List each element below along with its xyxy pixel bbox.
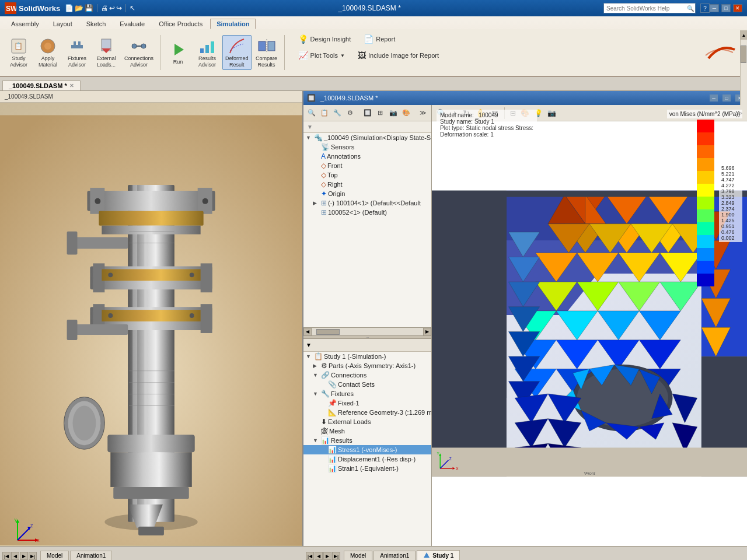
- parts-expand-icon: ▶: [313, 363, 320, 369]
- redo-icon[interactable]: ↪: [116, 4, 122, 12]
- tree-parts[interactable]: ▶ ⚙ Parts (-Axis Symmetry: Axis1-): [303, 361, 431, 370]
- restore-button[interactable]: □: [721, 4, 731, 12]
- doc-tab-close-icon[interactable]: ✕: [69, 83, 74, 89]
- tree-view-btn4[interactable]: 🎨: [400, 107, 412, 119]
- tree-root[interactable]: ▼ 🔩 _100049 (Simulation<Display State-S: [303, 133, 431, 142]
- filter-icon[interactable]: ▼: [307, 124, 313, 130]
- tab-layout[interactable]: Layout: [47, 19, 79, 29]
- sim-filter-icon[interactable]: ▼: [306, 342, 312, 348]
- tree-ref-geom3[interactable]: 📐 Reference Geometry-3 (:1.269 m: [303, 408, 431, 417]
- search-input[interactable]: [604, 4, 686, 13]
- bottom-tab-animation1-right[interactable]: Animation1: [374, 551, 416, 560]
- svg-rect-32: [102, 226, 200, 235]
- tree-connections[interactable]: ▼ 🔗 Connections: [303, 370, 431, 380]
- apply-material-button[interactable]: ApplyMaterial: [34, 35, 62, 70]
- tree-ext-loads[interactable]: ⬇ External Loads: [303, 417, 431, 426]
- tree-scroll-right[interactable]: ▶: [423, 328, 431, 336]
- save-icon[interactable]: 💾: [85, 4, 93, 12]
- feature-tree-content[interactable]: ▼ 🔩 _100049 (Simulation<Display State-S …: [303, 133, 431, 327]
- tree-view-btn2[interactable]: ⊞: [375, 107, 386, 119]
- minimize-button[interactable]: ─: [710, 4, 719, 12]
- tree-item-part2[interactable]: ⊞ 100052<1> (Default): [303, 208, 431, 217]
- tabs-scroll-right-1[interactable]: ▶|: [29, 552, 37, 560]
- camera-icon[interactable]: 📷: [546, 108, 558, 118]
- connections-label: Connections: [331, 372, 366, 379]
- tree-item-sensors[interactable]: 📡 Sensors: [303, 142, 431, 152]
- tree-view-btn3[interactable]: 📷: [388, 107, 399, 119]
- tree-fixtures[interactable]: ▼ 🔧 Fixtures: [303, 389, 431, 398]
- tab-sketch[interactable]: Sketch: [80, 19, 113, 29]
- tabs-scroll-next-2[interactable]: ▶: [323, 552, 331, 560]
- tabs-scroll-next-1[interactable]: ▶: [20, 552, 28, 560]
- select-icon[interactable]: ↖: [130, 4, 135, 12]
- run-button[interactable]: Run: [164, 38, 192, 67]
- deformed-result-button[interactable]: DeformedResult: [222, 35, 252, 70]
- tree-view-btn1[interactable]: 🔲: [362, 107, 374, 119]
- tree-mesh[interactable]: 🕸 Mesh: [303, 426, 431, 436]
- study-advisor-button[interactable]: 📋 StudyAdvisor: [5, 35, 33, 70]
- tab-assembly[interactable]: Assembly: [5, 19, 46, 29]
- report-button[interactable]: 📄 Report: [359, 33, 399, 46]
- tree-study1[interactable]: ▼ 📋 Study 1 (-Simulation-): [303, 352, 431, 361]
- tree-strain1[interactable]: 📊 Strain1 (-Equivalent-): [303, 464, 431, 473]
- new-icon[interactable]: 📄: [65, 4, 74, 12]
- right-restore-button[interactable]: □: [722, 94, 731, 102]
- tree-hscrollbar[interactable]: ◀ ▶: [303, 327, 431, 335]
- external-loads-button[interactable]: ExternalLoads...: [92, 35, 120, 70]
- help-icon[interactable]: ?: [700, 4, 710, 13]
- svg-rect-19: [268, 41, 275, 51]
- print-icon[interactable]: 🖨: [101, 4, 108, 12]
- search-icon[interactable]: 🔍: [686, 5, 695, 12]
- results-advisor-button[interactable]: ResultsAdvisor: [193, 35, 221, 70]
- include-image-button[interactable]: 🖼 Include Image for Report: [354, 49, 443, 62]
- tree-scroll-left[interactable]: ◀: [303, 328, 312, 336]
- tree-scroll-thumb[interactable]: [316, 329, 340, 335]
- doc-tab-main[interactable]: _100049.SLDASM * ✕: [2, 80, 81, 90]
- design-insight-button[interactable]: 💡 Design Insight: [294, 33, 355, 46]
- tree-item-top[interactable]: ◇ Top: [303, 170, 431, 180]
- tree-list-btn[interactable]: 📋: [319, 107, 330, 119]
- plot-tools-dropdown-icon[interactable]: ▼: [340, 53, 345, 58]
- 3d-viewport[interactable]: X Y Z: [0, 103, 302, 546]
- right-minimize-button[interactable]: ─: [710, 94, 718, 102]
- tree-item-annotations[interactable]: A Annotations: [303, 152, 431, 161]
- tabs-scroll-left-1[interactable]: |◀: [2, 552, 11, 560]
- tree-item-front[interactable]: ◇ Front: [303, 161, 431, 170]
- bottom-tab-model-left[interactable]: Model: [40, 551, 69, 560]
- tree-item-part1[interactable]: ▶ ⊞ (-) 100104<1> (Default<<Default: [303, 198, 431, 208]
- tree-config-btn[interactable]: ⚙: [344, 107, 356, 119]
- svg-point-54: [190, 313, 194, 318]
- tabs-scroll-right-2[interactable]: ▶|: [332, 552, 340, 560]
- bottom-tab-model-right[interactable]: Model: [344, 551, 372, 560]
- tree-contact-sets[interactable]: 📎 Contact Sets: [303, 380, 431, 389]
- tree-item-right[interactable]: ◇ Right: [303, 180, 431, 189]
- fea-result-panel[interactable]: 🔍 + ↻ ✋ ⊠ ⊟ 🎨 💡 📷 ≫: [432, 105, 747, 546]
- tree-stress1[interactable]: 📊 Stress1 (-vonMises-): [303, 445, 431, 454]
- tab-evaluate[interactable]: Evaluate: [113, 19, 151, 29]
- undo-icon[interactable]: ↩: [109, 4, 115, 12]
- tree-results[interactable]: ▼ 📊 Results: [303, 436, 431, 445]
- tabs-scroll-prev-1[interactable]: ◀: [11, 552, 19, 560]
- tree-search-btn[interactable]: 🔍: [306, 107, 317, 119]
- tab-simulation[interactable]: Simulation: [210, 19, 256, 29]
- top-plane-icon: ◇: [321, 171, 326, 179]
- tree-more-btn[interactable]: ≫: [417, 107, 429, 119]
- fixtures-advisor-button[interactable]: FixturesAdvisor: [63, 35, 91, 70]
- fixtures-advisor-label: FixturesAdvisor: [68, 55, 86, 68]
- tabs-scroll-left-2[interactable]: |◀: [306, 552, 314, 560]
- tree-prop-btn[interactable]: 🔧: [331, 107, 343, 119]
- tab-office[interactable]: Office Products: [152, 19, 209, 29]
- tree-displacement1[interactable]: 📊 Displacement1 (-Res disp-): [303, 454, 431, 464]
- tree-fixed1[interactable]: 📌 Fixed-1: [303, 398, 431, 408]
- connections-advisor-button[interactable]: ConnectionsAdvisor: [121, 35, 156, 70]
- bottom-tab-animation1-left[interactable]: Animation1: [70, 551, 112, 560]
- compare-results-button[interactable]: CompareResults: [253, 35, 281, 70]
- open-icon[interactable]: 📂: [75, 4, 83, 12]
- simulation-tree[interactable]: ▼ 📋 Study 1 (-Simulation-) ▶ ⚙ Parts (-A…: [303, 352, 431, 546]
- close-button[interactable]: ✕: [733, 4, 742, 12]
- plot-tools-button[interactable]: 📈 Plot Tools ▼: [294, 49, 349, 62]
- tabs-scroll-prev-2[interactable]: ◀: [315, 552, 323, 560]
- bottom-tab-study1[interactable]: Study 1: [417, 550, 460, 560]
- tree-item-origin[interactable]: ✦ Origin: [303, 189, 431, 198]
- deformed-result-label: DeformedResult: [225, 55, 249, 68]
